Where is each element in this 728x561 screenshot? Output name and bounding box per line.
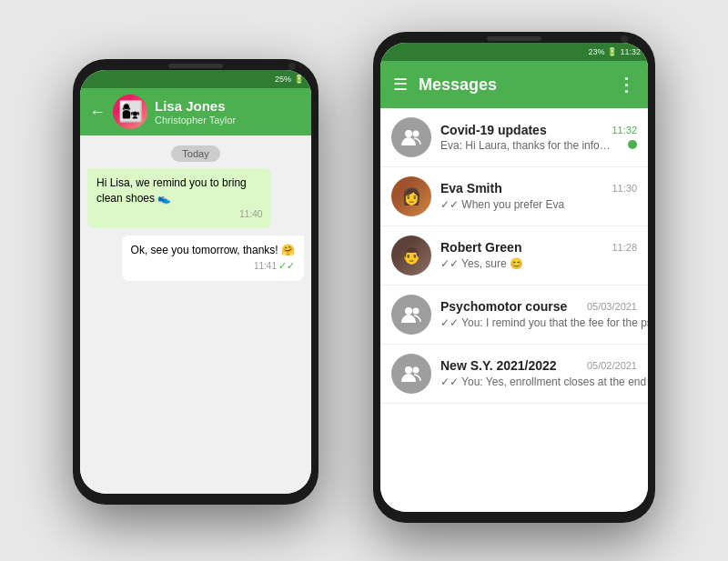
conv-top: Psychomotor course 05/03/2021	[440, 299, 637, 314]
front-battery-text: 25%	[275, 75, 291, 84]
conv-preview: ✓✓ You: I remind you that the fee for th…	[440, 316, 648, 329]
eva-avatar: 👩	[391, 176, 431, 216]
conv-timestamp: 05/02/2021	[587, 360, 637, 371]
svg-point-0	[405, 130, 412, 137]
conversation-item[interactable]: New S.Y. 2021/2022 05/02/2021 ✓✓ You: Ye…	[380, 345, 648, 404]
battery-icon: 🔋	[607, 47, 617, 56]
double-check-icon: ✓✓	[278, 259, 295, 273]
conv-preview-row: Eva: Hi Laura, thanks for the informatio…	[440, 137, 637, 152]
contact-name: Lisa Jones	[155, 98, 302, 115]
sent-message-text: Hi Lisa, we remind you to bring clean sh…	[96, 176, 247, 205]
conversation-list: Covid-19 updates 11:32 Eva: Hi Laura, th…	[380, 108, 648, 512]
sent-message-time: 11:40	[96, 208, 262, 221]
conv-name: Psychomotor course	[440, 299, 567, 314]
conv-preview: ✓✓ Yes, sure 😊	[440, 257, 523, 270]
group-avatar	[391, 295, 431, 335]
conv-name: Eva Smith	[440, 181, 502, 195]
received-message: Ok, see you tomorrow, thanks! 🤗 11:41 ✓✓	[122, 235, 304, 281]
conversation-item[interactable]: Psychomotor course 05/03/2021 ✓✓ You: I …	[380, 286, 648, 345]
conv-top: Eva Smith 11:30	[440, 181, 637, 195]
more-options-icon[interactable]: ⋮	[617, 74, 635, 95]
conversation-item[interactable]: Covid-19 updates 11:32 Eva: Hi Laura, th…	[380, 108, 648, 167]
time-text: 11:32	[620, 47, 641, 56]
battery-text: 23%	[588, 47, 604, 56]
back-status-icons: 23% 🔋 11:32	[588, 47, 641, 56]
conv-name: Robert Green	[440, 240, 521, 255]
conv-top: Robert Green 11:28	[440, 240, 637, 255]
conv-name: New S.Y. 2021/2022	[440, 358, 557, 373]
svg-point-2	[405, 307, 412, 315]
contact-avatar: 👩‍👧	[113, 95, 147, 129]
conv-preview: Eva: Hi Laura, thanks for the informatio…	[440, 139, 613, 152]
chat-header: ← 👩‍👧 Lisa Jones Christopher Taylor	[80, 88, 311, 135]
conv-content: Eva Smith 11:30 ✓✓ When you prefer Eva	[440, 181, 637, 212]
back-phone-camera	[621, 35, 628, 43]
front-status-bar: 25% 🔋	[80, 70, 311, 88]
conv-timestamp: 11:30	[612, 183, 637, 194]
conv-timestamp: 11:32	[612, 125, 637, 135]
conv-name: Covid-19 updates	[440, 123, 547, 137]
chat-body: Today Hi Lisa, we remind you to bring cl…	[80, 135, 311, 494]
robert-avatar: 👨	[391, 235, 431, 275]
front-phone-screen: 25% 🔋 ← 👩‍👧 Lisa Jones Christopher Taylo…	[80, 70, 311, 494]
back-button[interactable]: ←	[89, 103, 106, 122]
conv-content: Psychomotor course 05/03/2021 ✓✓ You: I …	[440, 299, 637, 330]
conversation-item[interactable]: 👩 Eva Smith 11:30 ✓✓ When you prefer Eva	[380, 167, 648, 226]
conv-preview: ✓✓ When you prefer Eva	[440, 198, 564, 211]
messages-list-screen: 23% 🔋 11:32 ☰ Messages ⋮	[380, 43, 648, 512]
sent-message: Hi Lisa, we remind you to bring clean sh…	[87, 168, 271, 228]
date-badge: Today	[87, 145, 304, 161]
svg-point-3	[413, 308, 420, 315]
conversation-item[interactable]: 👨 Robert Green 11:28 ✓✓ Yes, sure 😊	[380, 226, 648, 286]
received-message-time: 11:41 ✓✓	[131, 259, 295, 273]
conv-content: Covid-19 updates 11:32 Eva: Hi Laura, th…	[440, 123, 637, 152]
received-message-text: Ok, see you tomorrow, thanks! 🤗	[131, 244, 295, 256]
front-phone: 25% 🔋 ← 👩‍👧 Lisa Jones Christopher Taylo…	[73, 59, 318, 505]
front-phone-speaker	[168, 64, 223, 68]
group-avatar	[391, 354, 431, 394]
messages-app-header: ☰ Messages ⋮	[380, 61, 648, 108]
back-phone-speaker	[487, 36, 541, 41]
contact-subtitle: Christopher Taylor	[155, 115, 302, 125]
scene: 23% 🔋 11:32 ☰ Messages ⋮	[0, 0, 728, 561]
svg-point-1	[413, 131, 420, 137]
back-phone-screen: 23% 🔋 11:32 ☰ Messages ⋮	[380, 43, 648, 512]
front-battery-icon: 🔋	[294, 75, 304, 84]
chat-screen: 25% 🔋 ← 👩‍👧 Lisa Jones Christopher Taylo…	[80, 70, 311, 494]
front-status-icons: 25% 🔋	[275, 75, 304, 84]
svg-point-5	[413, 367, 420, 374]
back-phone: 23% 🔋 11:32 ☰ Messages ⋮	[373, 32, 655, 523]
conv-preview: ✓✓ You: Yes, enrollment closes at the en…	[440, 376, 648, 388]
svg-point-4	[405, 366, 412, 374]
message-time-value: 11:41	[254, 260, 277, 273]
group-avatar	[391, 117, 431, 157]
conv-timestamp: 05/03/2021	[587, 301, 637, 312]
chat-header-info: Lisa Jones Christopher Taylor	[155, 98, 302, 125]
conv-top: Covid-19 updates 11:32	[440, 123, 637, 137]
conv-timestamp: 11:28	[612, 242, 637, 253]
online-indicator	[628, 140, 637, 149]
front-phone-camera	[288, 63, 296, 70]
app-title: Messages	[419, 75, 606, 95]
conv-content: New S.Y. 2021/2022 05/02/2021 ✓✓ You: Ye…	[440, 358, 637, 389]
conv-top: New S.Y. 2021/2022 05/02/2021	[440, 358, 637, 373]
back-status-bar: 23% 🔋 11:32	[380, 43, 648, 61]
hamburger-icon[interactable]: ☰	[393, 75, 408, 95]
conv-content: Robert Green 11:28 ✓✓ Yes, sure 😊	[440, 240, 637, 271]
